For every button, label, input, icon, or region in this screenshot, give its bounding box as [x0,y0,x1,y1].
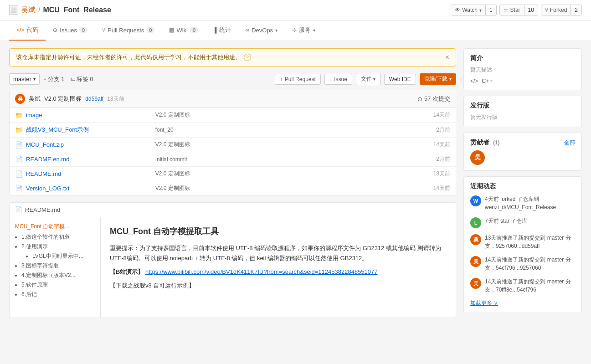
watch-label[interactable]: 👁 Watch ▾ [451,5,486,15]
toc-item[interactable]: 1.做这个软件的初衷 [21,233,95,241]
file-commit-msg: V2.0 定制图标 [155,141,414,149]
commit-count-icon: ⊙ [417,96,422,103]
file-time: 13天前 [414,170,450,178]
web-ide-button[interactable]: Web IDE [384,74,416,85]
contributors-header: 贡献者 (1) 全部 [470,138,575,147]
chevron-icon: ▾ [479,8,482,13]
file-commit-msg: V2.0 定制图标 [155,185,414,192]
stats-icon: ▐ [213,27,217,33]
file-name-link[interactable]: README.en.md [26,156,155,163]
alert-message: 该仓库未指定开源许可证，未经作者的许可，此代码仅用于学习，不能用于其他用途。 [16,53,241,62]
file-commit-msg: V2.0 定制图标 [155,170,414,178]
table-row: 📄 README.md V2.0 定制图标 13天前 [10,167,456,181]
sidebar-releases: 发行版 暂无发行版 [463,96,582,127]
table-row: 📄 README.en.md Initial commit 2月前 [10,152,456,167]
intro-title: 简介 [470,54,575,62]
intro-lang: </> C++ [470,77,575,84]
branch-name: master [13,76,31,82]
tab-code[interactable]: </> 代码 [9,21,46,41]
file-name-link[interactable]: Version_LOG.txt [26,185,155,192]
activity-text: 13天前推送了新的提交到 master 分支，9257060...dd59aff [485,234,575,250]
file-button[interactable]: 文件 ▾ [356,73,380,85]
load-more-link[interactable]: 加载更多 ∨ [470,299,575,307]
file-name-link[interactable]: image [26,112,155,118]
wiki-badge: 0 [190,27,198,33]
clone-button[interactable]: 克隆/下载 ▾ [420,73,456,85]
readme-title: README.md [25,206,60,213]
alert-banner: 该仓库未指定开源许可证，未经作者的许可，此代码仅用于学习，不能用于其他用途。 ?… [9,48,456,67]
pull-request-button[interactable]: + Pull Request [275,74,320,85]
toc-item[interactable]: 2.使用演示 [21,243,95,251]
folder-icon: 📁 [15,112,22,119]
toc-item[interactable]: 3.图标字符提取 [21,262,95,270]
activity-text: 7天前 star 了仓库 [485,217,527,225]
commit-count[interactable]: ⊙ 57 次提交 [417,95,450,103]
contributors-title: 贡献者 (1) [470,138,500,147]
tag-count-item[interactable]: 🏷 标签 0 [70,75,93,83]
file-name-link[interactable]: MCU_Font.zip [26,141,155,148]
table-row: 📄 MCU_Font.zip V2.0 定制图标 14天前 [10,138,456,152]
readme-toc: MCU_Font 自动字模... 1.做这个软件的初衷 2.使用演示 LVGL中… [10,217,101,318]
toc-item[interactable]: LVGL中同时显示中... [21,252,95,260]
alert-help-icon[interactable]: ? [244,54,251,61]
releases-title: 发行版 [470,102,575,110]
tab-issues[interactable]: ⊙ Issues 0 [46,21,95,41]
tab-wiki[interactable]: ▦ Wiki 0 [162,21,206,41]
tab-devops[interactable]: ∞ DevOps ▾ [238,21,285,41]
file-time: 14天前 [414,111,450,119]
fork-label[interactable]: ⑂ Forked [541,5,571,15]
file-icon: 📄 [15,185,22,192]
toc-item-active[interactable]: MCU_Font 自动字模... [15,223,95,231]
sidebar-activity: 近期动态 W 4天前 forked 了仓库到 wenzi_d/MCU_Font_… [463,176,582,313]
watch-button[interactable]: 👁 Watch ▾ 1 [451,5,496,15]
user-link[interactable]: 吴斌 [21,5,36,15]
toc-item[interactable]: 6.后记 [21,291,95,298]
repo-toolbar: master ▾ ⑂ 分支 1 🏷 标签 0 + Pull Request + … [9,73,456,85]
tab-pulls[interactable]: ⑂ Pull Requests 0 [95,21,162,41]
branch-count-item[interactable]: ⑂ 分支 1 [43,75,65,83]
commit-info: 吴 吴斌 V2.0 定制图标 dd59aff 13天前 [15,94,124,104]
alert-close-button[interactable]: × [445,53,449,62]
intro-desc: 暂无描述 [470,66,575,74]
pulls-icon: ⑂ [102,27,105,33]
branch-selector[interactable]: master ▾ [9,73,40,85]
repo-name[interactable]: MCU_Font_Release [43,6,111,14]
demo-link[interactable]: https://www.bilibili.com/video/BV1dK411K… [145,268,378,275]
content-area: 该仓库未指定开源许可证，未经作者的许可，此代码仅用于学习，不能用于其他用途。 ?… [9,48,456,318]
issue-button[interactable]: + Issue [324,74,352,85]
commit-hash[interactable]: dd59aff [85,96,103,102]
file-time: 2月前 [414,155,450,163]
commit-time: 13天前 [107,95,124,103]
activity-item: 吴 14天前推送了新的提交到 master 分支，70fff8e...54cf7… [470,277,575,294]
readme-icon: 📄 [15,206,22,213]
activity-avatar: W [470,195,481,206]
fork-button[interactable]: ⑂ Forked 2 [541,5,582,15]
tab-services[interactable]: ⊹ 服务 ▾ [285,21,323,41]
table-row: 📁 image V2.0 定制图标 14天前 [10,108,456,123]
file-table: 吴 吴斌 V2.0 定制图标 dd59aff 13天前 ⊙ 57 次提交 📁 i… [9,90,456,196]
toc-item[interactable]: 4.定制图标（版本V2... [21,272,95,279]
contributor-avatar[interactable]: 吴 [470,150,485,165]
file-label: 文件 [361,75,372,83]
file-name-link[interactable]: 战舰V3_MCU_Font示例 [26,126,155,134]
toc-item[interactable]: 5.软件原理 [21,281,95,289]
file-time: 14天前 [414,185,450,192]
contributors-list: 吴 [470,150,575,165]
readme-content: MCU_Font 自动字模提取工具 重要提示：为了支持多国语言，目前本软件使用 … [101,217,456,318]
file-name-link[interactable]: README.md [26,170,155,177]
activity-text: 14天前推送了新的提交到 master 分支，70fff8e...54cf796 [485,277,575,294]
fork-count: 2 [571,5,581,15]
pulls-badge: 0 [146,27,154,33]
issues-icon: ⊙ [53,27,57,33]
star-label[interactable]: ☆ Star [500,5,524,15]
tab-stats[interactable]: ▐ 统计 [206,21,238,41]
activity-avatar: 吴 [470,234,481,245]
sidebar-intro: 简介 暂无描述 </> C++ [463,48,582,90]
activity-item: W 4天前 forked 了仓库到 wenzi_d/MCU_Font_Relea… [470,195,575,211]
demo-label: 【B站演示】 [110,268,144,275]
clone-chevron-icon: ▾ [449,77,452,82]
star-button[interactable]: ☆ Star 10 [499,5,538,15]
contributors-all-link[interactable]: 全部 [564,139,575,147]
file-commit-msg: font_20 [155,127,414,133]
file-commit-msg: Initial commit [155,156,414,163]
